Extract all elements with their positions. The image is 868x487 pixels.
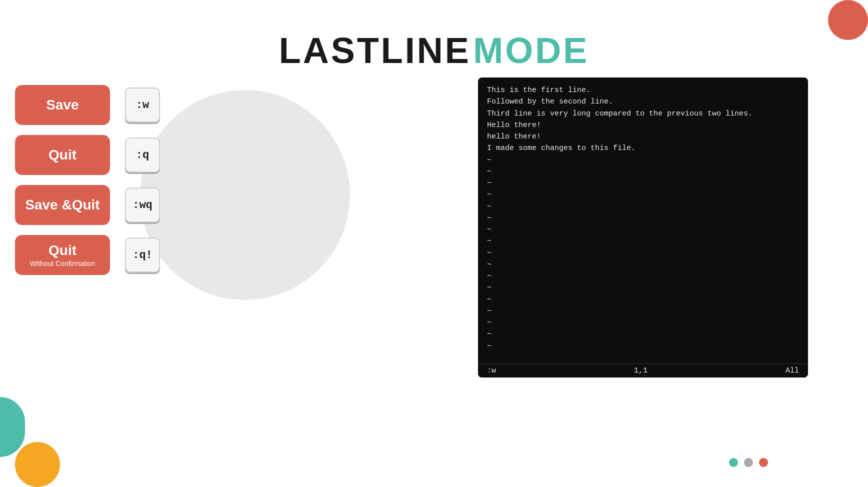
left-panel: Save :w Quit :q Save &Quit :wq Quit With…: [15, 85, 160, 275]
circle-decoration: [140, 90, 350, 300]
dot-2[interactable]: [744, 458, 753, 467]
save-quit-key-badge: :wq: [125, 188, 160, 222]
save-button[interactable]: Save: [15, 85, 110, 125]
save-row: Save :w: [15, 85, 160, 125]
orange-decoration: [15, 442, 60, 487]
quit-force-row: Quit Without Confirmation :q!: [15, 235, 160, 275]
terminal-line: ~: [487, 212, 799, 224]
terminal-line: ~: [487, 294, 799, 306]
quit-key-badge: :q: [125, 138, 160, 172]
dot-1[interactable]: [729, 458, 738, 467]
terminal-line: ~: [487, 306, 799, 317]
terminal-status-bar: :w 1,1 All: [478, 364, 808, 378]
terminal-line: ~: [487, 270, 799, 282]
terminal-window: This is the first line.Followed by the s…: [478, 78, 808, 378]
save-quit-row: Save &Quit :wq: [15, 185, 160, 225]
terminal-line: ~: [487, 340, 799, 352]
terminal-line: ~: [487, 178, 799, 189]
terminal-line: I made some changes to this file.: [487, 142, 799, 154]
terminal-command: :w: [487, 366, 496, 375]
terminal-line: ~: [487, 224, 799, 236]
terminal-line: ~: [487, 154, 799, 166]
terminal-line: ~: [487, 328, 799, 340]
terminal-line: ~: [487, 166, 799, 178]
terminal-line: ~: [487, 248, 799, 259]
save-key-badge: :w: [125, 88, 160, 122]
quit-row: Quit :q: [15, 135, 160, 175]
quit-button[interactable]: Quit: [15, 135, 110, 175]
terminal-position: 1,1: [496, 366, 786, 375]
pagination-dots: [729, 458, 768, 467]
title-area: LASTLINE MODE: [0, 0, 868, 71]
terminal-line: This is the first line.: [487, 84, 799, 96]
save-quit-button[interactable]: Save &Quit: [15, 185, 110, 225]
terminal-scroll: All: [786, 366, 799, 375]
terminal-line: ~: [487, 236, 799, 247]
terminal-body: This is the first line.Followed by the s…: [478, 78, 808, 360]
title-lastline: LASTLINE: [279, 30, 471, 70]
terminal-line: hello there!: [487, 131, 799, 142]
terminal-line: Hello there!: [487, 120, 799, 131]
terminal-line: Followed by the second line.: [487, 96, 799, 108]
quit-force-key-badge: :q!: [125, 238, 160, 272]
terminal-line: ~: [487, 189, 799, 200]
dot-3[interactable]: [759, 458, 768, 467]
terminal-line: Third line is very long compared to the …: [487, 108, 799, 120]
quit-force-button[interactable]: Quit Without Confirmation: [15, 235, 110, 275]
terminal-line: ~: [487, 201, 799, 212]
terminal-line: ~: [487, 282, 799, 294]
red-top-right-decoration: [828, 0, 868, 40]
terminal-line: ~: [487, 317, 799, 328]
title-mode: MODE: [473, 30, 589, 70]
terminal-line: ~: [487, 259, 799, 270]
